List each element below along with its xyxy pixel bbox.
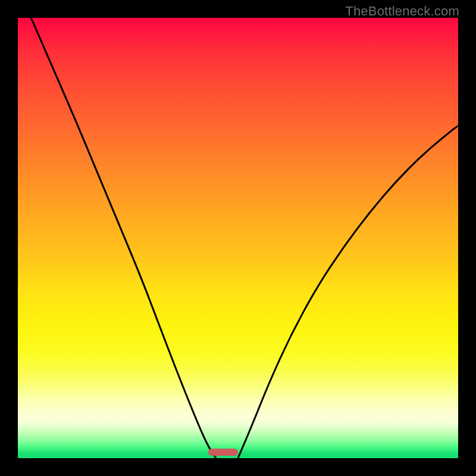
chart-frame: TheBottleneck.com	[0, 0, 476, 476]
watermark-text: TheBottleneck.com	[345, 4, 459, 19]
optimum-marker	[208, 449, 238, 456]
curves-svg	[18, 18, 458, 458]
right-curve	[238, 126, 458, 458]
left-curve	[31, 18, 216, 458]
